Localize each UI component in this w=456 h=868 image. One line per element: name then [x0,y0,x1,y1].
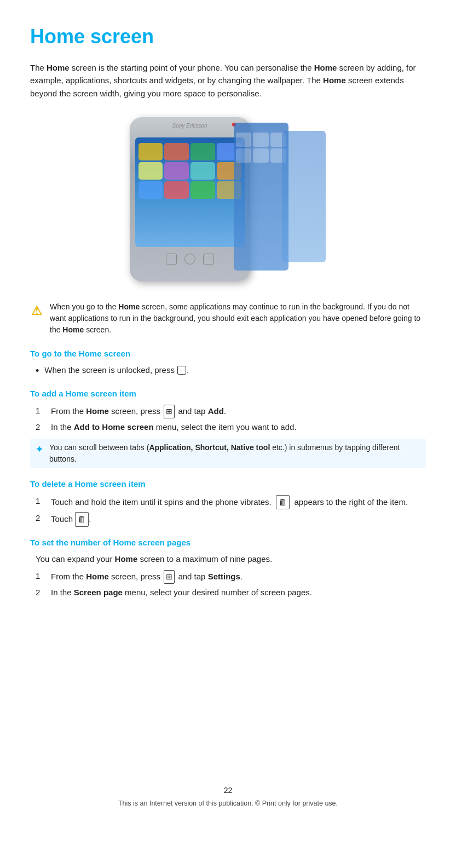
page-content: Home screen The Home screen is the start… [0,0,456,831]
warning-text: When you go to the Home screen, some app… [50,301,425,336]
set-pages-description: You can expand your Home screen to a max… [30,553,426,566]
step-text-add-2: In the Add to Home screen menu, select t… [51,421,297,434]
step-add-2: 2 In the Add to Home screen menu, select… [30,421,426,434]
trash-icon-inline: 🗑 [276,495,290,510]
section-add-home-item: To add a Home screen item 1 From the Hom… [30,388,426,468]
intro-paragraph: The Home screen is the starting point of… [30,61,426,100]
phone-panel-2 [282,131,326,262]
step-text-delete-2: Touch 🗑. [51,512,91,527]
footer: 22 This is an Internet version of this p… [30,785,426,809]
step-number-d2: 2 [36,512,43,525]
grid-icon: ⊞ [164,405,175,418]
warning-box: ⚠ When you go to the Home screen, some a… [30,301,426,336]
phone-image-area: Sony Ericsson [30,112,426,287]
phone-panel-1 [234,123,288,271]
tip-box-add: ✦ You can scroll between tabs (Applicati… [30,439,426,468]
phone-main: Sony Ericsson [130,117,250,281]
trash-icon-inline-2: 🗑 [75,512,89,527]
section-heading-add-home-item: To add a Home screen item [30,388,426,400]
step-pages-1: 1 From the Home screen, press ⊞ and tap … [30,570,426,584]
step-text-pages-2: In the Screen page menu, select your des… [51,587,312,599]
warning-icon: ⚠ [31,302,42,320]
page-title: Home screen [30,22,426,51]
section-go-to-home: To go to the Home screen • When the scre… [30,348,426,378]
step-delete-1: 1 Touch and hold the item until it spins… [30,495,426,510]
step-number-d1: 1 [36,495,43,508]
step-pages-2: 2 In the Screen page menu, select your d… [30,587,426,599]
grid-icon-2: ⊞ [164,570,175,584]
bullet-text-unlock: When the screen is unlocked, press . [44,364,189,377]
section-set-pages: To set the number of Home screen pages Y… [30,537,426,599]
page-number: 22 [30,785,426,796]
step-text-delete-1: Touch and hold the item until it spins a… [51,495,408,510]
step-number-2: 2 [36,421,43,434]
section-heading-go-to-home: To go to the Home screen [30,348,426,360]
section-heading-delete: To delete a Home screen item [30,478,426,491]
home-button-symbol [177,366,186,375]
step-text-add-1: From the Home screen, press ⊞ and tap Ad… [51,405,226,418]
tip-icon: ✦ [36,443,43,456]
tip-text: You can scroll between tabs (Application… [49,442,420,465]
bullet-dot: • [36,364,39,378]
step-number-1: 1 [36,405,43,417]
step-text-pages-1: From the Home screen, press ⊞ and tap Se… [51,570,243,584]
section-heading-set-pages: To set the number of Home screen pages [30,537,426,549]
step-add-1: 1 From the Home screen, press ⊞ and tap … [30,405,426,418]
step-number-p1: 1 [36,570,43,583]
footer-text: This is an Internet version of this publ… [30,798,426,809]
step-delete-2: 2 Touch 🗑. [30,512,426,527]
section-delete-home-item: To delete a Home screen item 1 Touch and… [30,478,426,527]
bullet-item-unlock: • When the screen is unlocked, press . [30,364,426,378]
step-number-p2: 2 [36,587,43,599]
